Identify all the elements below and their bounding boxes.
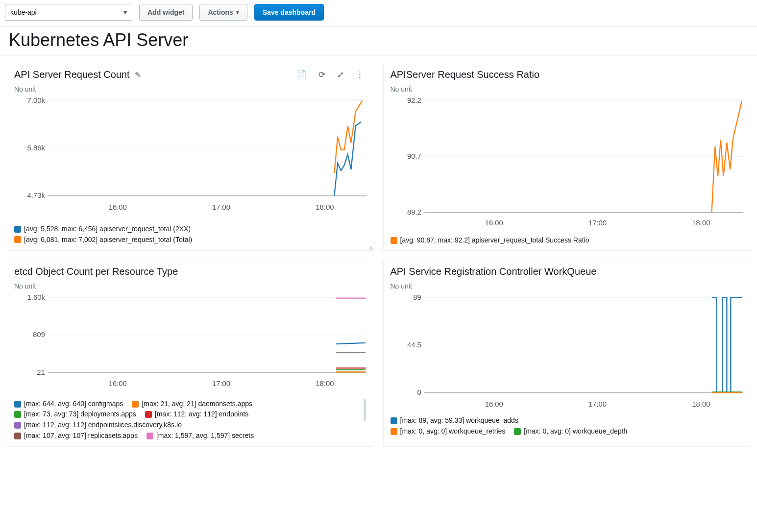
- unit-label: No unit: [391, 85, 743, 93]
- svg-text:16:00: 16:00: [485, 401, 503, 409]
- svg-text:1.60k: 1.60k: [27, 293, 46, 301]
- dashboard-selector-value: kube-api: [10, 8, 37, 16]
- svg-text:16:00: 16:00: [109, 203, 127, 211]
- legend-swatch: [14, 226, 21, 233]
- legend-swatch: [14, 411, 21, 418]
- resize-grip-icon[interactable]: ≡: [366, 243, 373, 250]
- svg-text:17:00: 17:00: [588, 219, 607, 227]
- unit-label: No unit: [14, 282, 367, 290]
- legend-swatch: [145, 411, 152, 418]
- svg-text:89: 89: [413, 293, 421, 301]
- page-title-row: Kubernetes API Server: [0, 27, 757, 52]
- panel-workqueue: API Service Registration Controller Work…: [383, 260, 751, 446]
- chart-svg: 1.60k 809 21 16:00 17:00 18:00: [14, 292, 367, 395]
- divider: [0, 55, 757, 56]
- menu-dots-icon[interactable]: ⋮: [356, 70, 364, 80]
- legend-swatch: [391, 417, 397, 424]
- legend-swatch: [14, 236, 21, 243]
- legend-swatch: [514, 428, 521, 435]
- chevron-down-icon: ▾: [123, 8, 127, 16]
- svg-text:4.73k: 4.73k: [27, 192, 46, 199]
- actions-button[interactable]: Actions ▾: [199, 4, 247, 21]
- svg-text:18:00: 18:00: [316, 203, 334, 211]
- svg-text:16:00: 16:00: [109, 380, 127, 387]
- chart-svg: 89 44.5 0 16:00 17:00 18:00: [391, 292, 743, 412]
- expand-icon[interactable]: ⤢: [337, 70, 344, 80]
- chart: 92.2 90.7 89.2 16:00 17:00 18:00: [391, 95, 743, 232]
- panel-success-ratio: APIServer Request Success Ratio No unit …: [383, 63, 751, 251]
- top-toolbar: kube-api ▾ Add widget Actions ▾ Save das…: [0, 0, 757, 27]
- panel-api-request-count: API Server Request Count ✎ 📄 ⟳ ⤢ ⋮ No un…: [7, 63, 374, 251]
- svg-line-28: [336, 343, 366, 344]
- svg-text:21: 21: [37, 369, 45, 377]
- unit-label: No unit: [391, 282, 743, 290]
- scrollbar-thumb[interactable]: [364, 399, 366, 421]
- chart: 89 44.5 0 16:00 17:00 18:00: [391, 292, 743, 412]
- panel-title: APIServer Request Success Ratio: [391, 69, 540, 80]
- dashboard-grid: API Server Request Count ✎ 📄 ⟳ ⤢ ⋮ No un…: [0, 63, 757, 447]
- svg-text:44.5: 44.5: [407, 341, 421, 349]
- chart-svg: 7.00k 5.86k 4.73k 16:00 17:00 18:00: [14, 95, 367, 221]
- svg-text:17:00: 17:00: [588, 401, 607, 409]
- legend-swatch: [391, 237, 397, 244]
- svg-text:18:00: 18:00: [316, 380, 334, 387]
- svg-text:90.7: 90.7: [407, 152, 421, 160]
- legend: [avg: 5,528, max: 6,456] apiserver_reque…: [14, 224, 367, 245]
- legend-swatch: [391, 428, 397, 435]
- chart-svg: 92.2 90.7 89.2 16:00 17:00 18:00: [391, 95, 743, 232]
- svg-text:5.86k: 5.86k: [27, 144, 46, 152]
- dashboard-selector[interactable]: kube-api ▾: [5, 4, 132, 21]
- legend-swatch: [14, 433, 21, 439]
- svg-text:92.2: 92.2: [407, 97, 421, 104]
- panel-title: API Service Registration Controller Work…: [391, 266, 597, 277]
- legend-item: [avg: 5,528, max: 6,456] apiserver_reque…: [14, 224, 191, 235]
- svg-text:16:00: 16:00: [485, 219, 503, 227]
- svg-text:7.00k: 7.00k: [27, 97, 46, 104]
- legend-swatch: [14, 401, 21, 408]
- chevron-down-icon: ▾: [236, 9, 239, 16]
- legend: [max: 644, avg: 640] configmaps [max: 21…: [14, 399, 367, 441]
- legend-swatch: [132, 401, 139, 408]
- svg-text:89.2: 89.2: [407, 208, 421, 216]
- legend: [max: 89, avg: 59.33] workqueue_adds [ma…: [391, 415, 743, 436]
- copy-icon[interactable]: 📄: [296, 70, 307, 80]
- svg-text:18:00: 18:00: [692, 219, 710, 227]
- svg-text:0: 0: [417, 389, 421, 397]
- legend-item: [avg: 90.87, max: 92.2] apiserver_reques…: [391, 235, 589, 246]
- svg-text:17:00: 17:00: [212, 203, 230, 211]
- save-dashboard-button[interactable]: Save dashboard: [254, 4, 324, 21]
- legend-swatch: [147, 433, 153, 439]
- legend-swatch: [14, 422, 21, 429]
- svg-text:809: 809: [33, 331, 45, 339]
- panel-title: etcd Object Count per Resource Type: [14, 266, 178, 277]
- legend-item: [avg: 6,081, max: 7,002] apiserver_reque…: [14, 235, 192, 245]
- add-widget-button[interactable]: Add widget: [139, 4, 193, 21]
- panel-actions: 📄 ⟳ ⤢ ⋮: [296, 70, 367, 80]
- page-title: Kubernetes API Server: [9, 30, 748, 50]
- svg-text:18:00: 18:00: [692, 401, 710, 409]
- refresh-icon[interactable]: ⟳: [318, 70, 325, 80]
- unit-label: No unit: [14, 85, 367, 93]
- svg-text:17:00: 17:00: [212, 380, 230, 387]
- edit-title-icon[interactable]: ✎: [135, 71, 141, 79]
- legend: [avg: 90.87, max: 92.2] apiserver_reques…: [391, 235, 743, 246]
- chart: 1.60k 809 21 16:00 17:00 18:00: [14, 292, 367, 395]
- panel-title: API Server Request Count: [14, 69, 130, 80]
- chart: 7.00k 5.86k 4.73k 16:00 17:00 18:00: [14, 95, 367, 221]
- panel-etcd-objects: etcd Object Count per Resource Type No u…: [7, 260, 374, 446]
